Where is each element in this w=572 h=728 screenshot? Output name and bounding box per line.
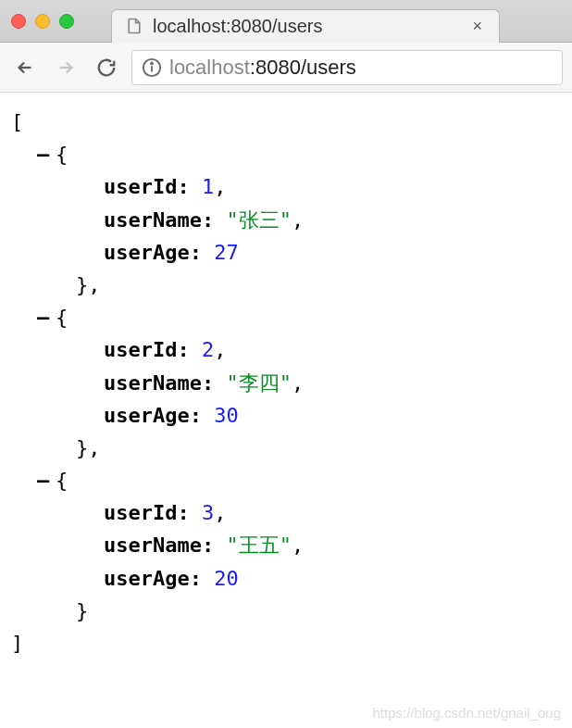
window-maximize-button[interactable] [59,14,74,29]
json-property: userAge: 20 [11,562,561,595]
collapse-toggle[interactable]: – [37,301,56,333]
json-property: userId: 2, [11,333,561,366]
browser-tab[interactable]: localhost:8080/users × [111,9,500,43]
json-property: userAge: 27 [11,236,561,269]
object-row: –{ [11,464,561,496]
json-property: userName: "王五", [11,529,561,561]
object-close: } [11,595,561,627]
collapse-toggle[interactable]: – [37,464,56,496]
array-open: [ [11,106,561,138]
collapse-toggle[interactable]: – [37,138,56,170]
watermark: https://blog.csdn.net/gnail_oug [373,705,561,721]
window-minimize-button[interactable] [35,14,50,29]
url-text: localhost:8080/users [169,56,356,80]
json-property: userAge: 30 [11,399,561,432]
object-close: }, [11,269,561,301]
tab-title: localhost:8080/users [153,16,322,37]
json-property: userName: "张三", [11,204,561,236]
array-close: ] [11,627,561,659]
window-controls [11,14,74,29]
reload-button[interactable] [91,52,122,83]
json-property: userId: 1, [11,170,561,203]
site-info-icon[interactable] [142,57,162,78]
forward-button[interactable] [50,52,81,83]
svg-point-2 [151,62,153,64]
file-icon [125,17,143,35]
tab-bar: localhost:8080/users × [0,0,572,43]
back-button[interactable] [9,52,41,83]
toolbar: localhost:8080/users [0,43,572,93]
json-viewer: [ –{ userId: 1, userName: "张三", userAge:… [0,93,572,672]
address-bar[interactable]: localhost:8080/users [131,50,563,85]
object-close: }, [11,432,561,464]
json-property: userId: 3, [11,496,561,529]
object-row: –{ [11,138,561,170]
tab-close-button[interactable]: × [468,17,486,36]
object-row: –{ [11,301,561,333]
window-close-button[interactable] [11,14,26,29]
json-property: userName: "李四", [11,367,561,399]
